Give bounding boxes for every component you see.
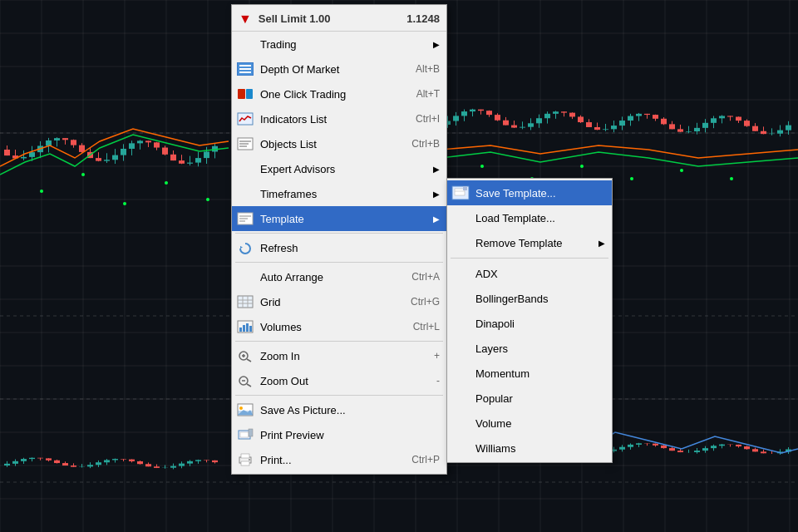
svg-point-39: [249, 459, 250, 461]
menu-item-print-preview[interactable]: Print Preview: [232, 422, 446, 447]
layers-label: Layers: [475, 342, 605, 355]
print-shortcut: Ctrl+P: [411, 454, 440, 466]
timeframes-arrow: ▶: [433, 190, 440, 199]
sell-limit-item[interactable]: ▼ Sell Limit 1.00 1.1248: [232, 7, 446, 32]
remove-template-arrow: ▶: [598, 239, 605, 248]
ea-icon-area: [235, 160, 255, 178]
template-submenu: Save Template... Load Template... Remove…: [446, 178, 613, 463]
template-label: Template: [260, 213, 425, 225]
template-icon: [237, 212, 254, 225]
menu-item-expert-advisors[interactable]: Expert Advisors ▶: [232, 156, 446, 181]
menu-item-zoom-in[interactable]: Zoom In +: [232, 343, 446, 368]
zoom-out-label: Zoom Out: [260, 375, 420, 387]
print-preview-label: Print Preview: [260, 429, 440, 441]
svg-rect-34: [240, 432, 249, 437]
submenu-layers[interactable]: Layers: [447, 336, 612, 361]
submenu-williams[interactable]: Williams: [447, 436, 612, 461]
menu-item-auto-arrange[interactable]: Auto Arrange Ctrl+A: [232, 264, 446, 289]
depth-of-market-shortcut: Alt+B: [416, 63, 440, 75]
menu-item-save-as-picture[interactable]: Save As Picture...: [232, 397, 446, 422]
template-arrow: ▶: [433, 214, 440, 224]
menu-item-print[interactable]: Print... Ctrl+P: [232, 447, 446, 472]
menu-item-trading[interactable]: Trading ▶: [232, 32, 446, 57]
svg-line-28: [247, 384, 251, 387]
sell-limit-price: 1.1248: [406, 12, 440, 25]
zoom-in-icon: [237, 349, 254, 362]
indicators-icon-area: [235, 110, 255, 128]
submenu-dinapoli[interactable]: Dinapoli: [447, 311, 612, 336]
dom-icon-area: [235, 60, 255, 78]
volumes-shortcut: Ctrl+L: [413, 321, 440, 332]
save-pic-icon-area: [235, 401, 255, 419]
menu-item-depth-of-market[interactable]: Depth Of Market Alt+B: [232, 57, 446, 81]
refresh-icon: [237, 241, 254, 254]
volumes-icon: [237, 320, 254, 333]
adx-label: ADX: [475, 268, 605, 280]
momentum-label: Momentum: [475, 367, 605, 380]
zoom-in-shortcut: +: [434, 350, 440, 362]
submenu-bollinger[interactable]: BollingerBands: [447, 286, 612, 311]
separator-4: [235, 395, 443, 396]
dinapoli-label: Dinapoli: [475, 318, 605, 330]
ea-arrow: ▶: [433, 165, 440, 174]
grid-icon: [237, 295, 254, 308]
svg-rect-21: [249, 326, 252, 332]
bollinger-icon-area: [451, 289, 470, 308]
zoom-out-shortcut: -: [436, 375, 440, 387]
menu-item-volumes[interactable]: Volumes Ctrl+L: [232, 314, 446, 339]
svg-rect-19: [243, 325, 245, 332]
load-template-icon-area: [451, 209, 470, 227]
menu-item-zoom-out[interactable]: Zoom Out -: [232, 368, 446, 393]
template-icon-area: [235, 209, 255, 228]
menu-item-refresh[interactable]: Refresh: [232, 235, 446, 260]
depth-of-market-label: Depth Of Market: [260, 63, 399, 76]
grid-shortcut: Ctrl+G: [411, 296, 440, 308]
remove-template-label: Remove Template: [475, 237, 590, 249]
auto-arrange-icon-area: [235, 268, 255, 286]
svg-rect-0: [238, 89, 245, 99]
menu-item-template[interactable]: Template ▶: [232, 206, 446, 231]
oct-icon-area: [235, 85, 255, 103]
bollinger-label: BollingerBands: [475, 293, 605, 305]
trading-label: Trading: [260, 38, 425, 51]
dom-icon: [237, 62, 254, 76]
svg-rect-1: [246, 89, 253, 99]
grid-icon-area: [235, 293, 255, 311]
submenu-remove-template[interactable]: Remove Template ▶: [447, 230, 612, 255]
indicators-list-shortcut: Ctrl+I: [416, 113, 440, 125]
timeframes-label: Timeframes: [260, 188, 425, 200]
svg-rect-38: [241, 461, 249, 466]
menu-item-timeframes[interactable]: Timeframes ▶: [232, 181, 446, 206]
trading-icon: [235, 35, 255, 53]
williams-icon-area: [451, 439, 470, 457]
timeframes-icon-area: [235, 185, 255, 203]
submenu-adx[interactable]: ADX: [447, 261, 612, 286]
menu-item-objects-list[interactable]: Objects List Ctrl+B: [232, 131, 446, 156]
submenu-save-template[interactable]: Save Template...: [447, 180, 612, 205]
trading-arrow: ▶: [433, 40, 440, 49]
submenu-load-template[interactable]: Load Template...: [447, 205, 612, 230]
submenu-volume[interactable]: Volume: [447, 411, 612, 436]
print-prev-icon: [237, 428, 254, 441]
menu-item-indicators-list[interactable]: Indicators List Ctrl+I: [232, 106, 446, 131]
indicators-list-label: Indicators List: [260, 113, 399, 126]
save-as-picture-label: Save As Picture...: [260, 404, 440, 416]
auto-arrange-shortcut: Ctrl+A: [411, 271, 440, 283]
menu-item-one-click-trading[interactable]: One Click Trading Alt+T: [232, 81, 446, 106]
objects-list-shortcut: Ctrl+B: [411, 138, 440, 150]
submenu-popular[interactable]: Popular: [447, 386, 612, 411]
menu-item-grid[interactable]: Grid Ctrl+G: [232, 289, 446, 314]
svg-rect-43: [463, 186, 467, 190]
zoom-in-label: Zoom In: [260, 350, 417, 362]
submenu-momentum[interactable]: Momentum: [447, 361, 612, 386]
refresh-label: Refresh: [260, 242, 440, 254]
grid-label: Grid: [260, 296, 394, 308]
save-pic-icon: [237, 403, 254, 416]
one-click-trading-label: One Click Trading: [260, 88, 400, 101]
separator-2: [235, 262, 443, 263]
remove-template-icon-area: [451, 234, 470, 252]
sell-limit-label: Sell Limit 1.00: [259, 12, 331, 25]
popular-icon-area: [451, 389, 470, 407]
svg-marker-11: [240, 246, 243, 249]
save-template-label: Save Template...: [475, 187, 605, 200]
